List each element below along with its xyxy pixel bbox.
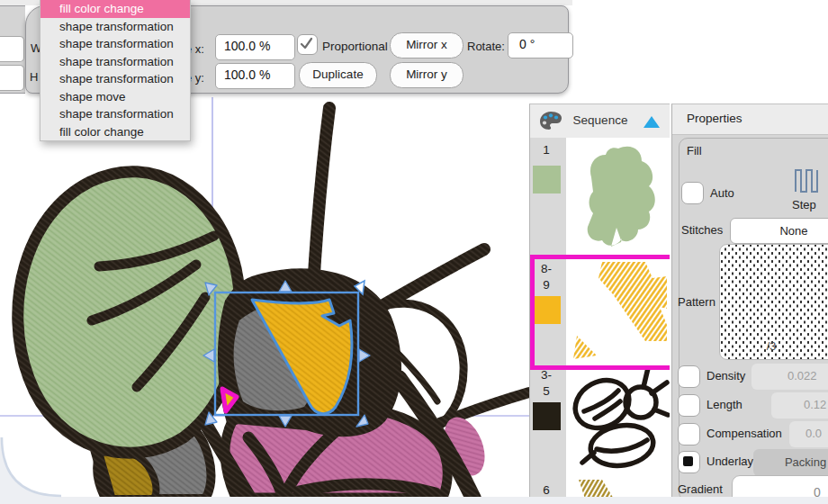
stitches-dropdown[interactable]: None (730, 218, 828, 244)
step-fill-icon[interactable] (793, 167, 820, 194)
antenna (313, 108, 329, 288)
properties-panel: Properties Fill Auto Step Stitches None … (671, 104, 828, 498)
mirror-y-button[interactable]: Mirror y (390, 62, 464, 88)
length-checkbox[interactable] (678, 394, 700, 417)
gradient-label: Gradient (678, 482, 723, 496)
sequence-thumbnail-2 (566, 255, 670, 361)
fill-section-label: Fill (687, 144, 702, 158)
sequence-header: Sequence (530, 104, 670, 139)
duplicate-button[interactable]: Duplicate (299, 62, 377, 88)
auto-label: Auto (710, 186, 734, 200)
menu-item-shape-transformation[interactable]: shape transformation (40, 35, 190, 53)
compensation-checkbox[interactable] (678, 423, 700, 446)
density-label: Density (706, 369, 745, 382)
step-label: Step (792, 198, 816, 212)
checked-square-icon (683, 456, 693, 466)
sequence-item-3[interactable]: 3- 5 (530, 361, 670, 477)
density-value[interactable]: 0.022 (788, 369, 817, 382)
sequence-thumbnail-1 (566, 138, 670, 255)
sequence-item-4[interactable]: 6 (530, 476, 670, 498)
sequence-thumbnail-4 (566, 476, 670, 498)
gradient-value: 0 (814, 485, 821, 498)
sequence-item-number: 9 (530, 278, 562, 292)
sequence-item-2[interactable]: 8- 9 (530, 255, 670, 362)
menu-item-shape-move[interactable]: shape move (40, 88, 190, 106)
rotate-label: Rotate: (467, 40, 505, 53)
stitches-label: Stitches (681, 223, 723, 237)
proportional-label: Proportional (322, 40, 388, 53)
color-swatch (533, 296, 561, 324)
width-input[interactable] (0, 36, 24, 62)
sequence-item-number: 3- (530, 368, 562, 382)
length-label: Length (706, 398, 742, 411)
menu-item-fill-color-change[interactable]: fill color change (40, 0, 190, 18)
proportional-checkbox[interactable] (297, 34, 318, 55)
embroidery-design (18, 108, 529, 499)
underlay-label: Underlay (706, 454, 753, 468)
pattern-label: Pattern (678, 295, 716, 309)
menu-item-shape-transformation[interactable]: shape transformation (40, 105, 190, 123)
collapse-triangle-icon[interactable] (644, 116, 660, 128)
color-swatch (533, 166, 561, 194)
scale-y-input[interactable]: 100.0 % (215, 63, 295, 89)
rotate-input[interactable]: 0 ° (508, 32, 573, 58)
menu-item-shape-transformation[interactable]: shape transformation (40, 70, 190, 88)
window-bottom-edge (0, 497, 828, 504)
sequence-panel: Sequence 1 8- 9 (529, 104, 670, 498)
height-label: H (30, 70, 38, 84)
length-value[interactable]: 0.12 (804, 398, 826, 411)
pattern-fraction: /3 (719, 340, 824, 353)
properties-header: Properties (672, 104, 828, 135)
menu-item-shape-transformation[interactable]: shape transformation (40, 18, 190, 36)
history-dropdown-menu: fill color change shape transformation s… (40, 0, 191, 141)
mirror-x-button[interactable]: Mirror x (390, 32, 464, 58)
color-swatch (533, 402, 561, 430)
menu-item-shape-transformation[interactable]: shape transformation (40, 53, 190, 71)
gradient-field[interactable]: 0 (732, 475, 828, 498)
toolbar-left-fragment (0, 5, 25, 94)
sequence-item-1[interactable]: 1 (530, 138, 670, 256)
left-wing (18, 172, 240, 453)
sequence-item-number: 6 (530, 483, 562, 497)
checkmark-icon (298, 35, 315, 52)
compensation-label: Compensation (706, 427, 782, 440)
height-input[interactable] (0, 65, 24, 91)
scale-x-input[interactable]: 100.0 % (215, 34, 295, 60)
underlay-checkbox[interactable] (678, 451, 700, 473)
menu-item-fill-color-change[interactable]: fill color change (40, 123, 190, 141)
sequence-item-number: 1 (530, 143, 562, 157)
sequence-item-number: 5 (530, 384, 562, 398)
sequence-item-number: 8- (530, 262, 562, 275)
density-checkbox[interactable] (678, 365, 700, 388)
sequence-thumbnail-3 (566, 361, 670, 476)
compensation-value[interactable]: 0.0 (806, 427, 822, 440)
underlay-type-dropdown[interactable]: Packing (753, 449, 828, 476)
properties-title: Properties (687, 112, 742, 125)
auto-checkbox[interactable] (681, 182, 704, 204)
